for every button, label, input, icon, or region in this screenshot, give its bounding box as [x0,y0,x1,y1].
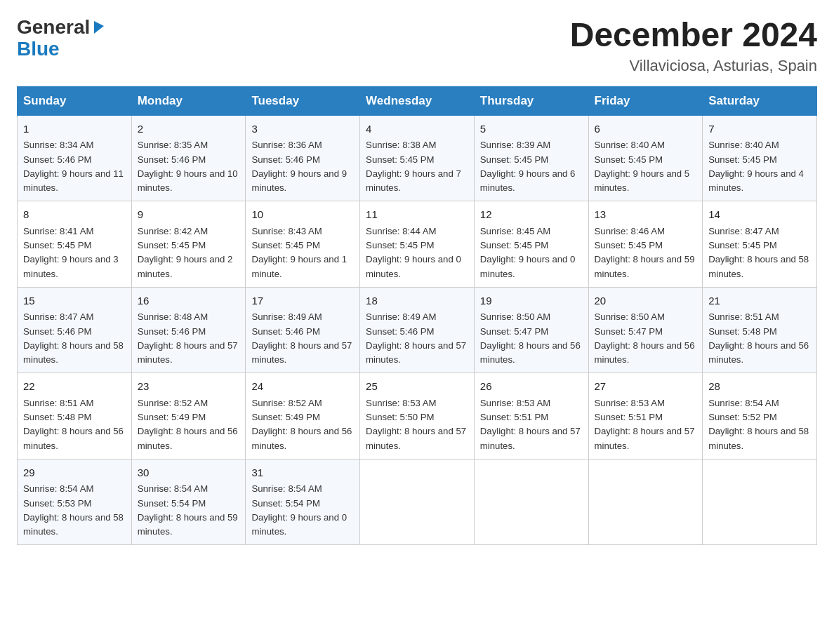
calendar-cell: 12Sunrise: 8:45 AMSunset: 5:45 PMDayligh… [474,201,588,288]
cell-info: Sunrise: 8:53 AMSunset: 5:50 PMDaylight:… [366,398,466,451]
cell-info: Sunrise: 8:40 AMSunset: 5:45 PMDaylight:… [708,140,804,193]
cell-info: Sunrise: 8:47 AMSunset: 5:45 PMDaylight:… [708,226,809,279]
cell-info: Sunrise: 8:36 AMSunset: 5:46 PMDaylight:… [251,140,347,193]
cell-info: Sunrise: 8:44 AMSunset: 5:45 PMDaylight:… [366,226,461,279]
day-number: 22 [23,379,126,395]
day-number: 19 [480,293,583,309]
calendar-cell: 26Sunrise: 8:53 AMSunset: 5:51 PMDayligh… [474,373,588,459]
calendar-week-row: 22Sunrise: 8:51 AMSunset: 5:48 PMDayligh… [18,373,817,459]
calendar-cell: 18Sunrise: 8:49 AMSunset: 5:46 PMDayligh… [360,287,475,373]
day-number: 3 [251,121,354,137]
header-wednesday: Wednesday [360,86,475,115]
day-number: 12 [480,207,583,223]
title-block: December 2024 Villaviciosa, Asturias, Sp… [570,17,817,75]
day-number: 7 [708,121,811,137]
day-number: 20 [595,293,697,309]
cell-info: Sunrise: 8:50 AMSunset: 5:47 PMDaylight:… [595,311,695,365]
cell-info: Sunrise: 8:51 AMSunset: 5:48 PMDaylight:… [708,311,809,365]
day-number: 21 [708,293,811,309]
header-tuesday: Tuesday [246,86,360,115]
day-number: 29 [23,465,126,481]
calendar-cell: 10Sunrise: 8:43 AMSunset: 5:45 PMDayligh… [246,201,360,288]
day-number: 23 [138,379,240,395]
day-number: 25 [366,379,468,395]
calendar-cell [588,459,703,545]
calendar-cell: 25Sunrise: 8:53 AMSunset: 5:50 PMDayligh… [360,373,475,459]
cell-info: Sunrise: 8:52 AMSunset: 5:49 PMDaylight:… [251,398,352,451]
cell-info: Sunrise: 8:51 AMSunset: 5:48 PMDaylight:… [23,398,124,451]
cell-info: Sunrise: 8:35 AMSunset: 5:46 PMDaylight:… [138,140,238,193]
cell-info: Sunrise: 8:49 AMSunset: 5:46 PMDaylight:… [251,311,352,365]
day-number: 6 [595,121,697,137]
logo-blue-text: Blue [17,39,60,60]
cell-info: Sunrise: 8:41 AMSunset: 5:45 PMDaylight:… [23,226,119,279]
header-saturday: Saturday [703,86,817,115]
day-number: 15 [23,293,126,309]
cell-info: Sunrise: 8:54 AMSunset: 5:53 PMDaylight:… [23,483,124,537]
calendar-cell: 19Sunrise: 8:50 AMSunset: 5:47 PMDayligh… [474,287,588,373]
calendar-cell: 5Sunrise: 8:39 AMSunset: 5:45 PMDaylight… [474,115,588,201]
day-number: 14 [708,207,811,223]
calendar-cell: 20Sunrise: 8:50 AMSunset: 5:47 PMDayligh… [588,287,703,373]
calendar-cell [360,459,475,545]
calendar-cell: 2Sunrise: 8:35 AMSunset: 5:46 PMDaylight… [131,115,246,201]
calendar-cell: 8Sunrise: 8:41 AMSunset: 5:45 PMDaylight… [18,201,132,288]
calendar-cell [703,459,817,545]
cell-info: Sunrise: 8:54 AMSunset: 5:54 PMDaylight:… [251,483,347,537]
day-number: 26 [480,379,583,395]
logo-general-text: General [17,17,90,39]
calendar-cell [474,459,588,545]
calendar-cell: 7Sunrise: 8:40 AMSunset: 5:45 PMDaylight… [703,115,817,201]
calendar-table: SundayMondayTuesdayWednesdayThursdayFrid… [17,86,817,546]
day-number: 8 [23,207,126,223]
calendar-cell: 21Sunrise: 8:51 AMSunset: 5:48 PMDayligh… [703,287,817,373]
header-friday: Friday [588,86,703,115]
cell-info: Sunrise: 8:50 AMSunset: 5:47 PMDaylight:… [480,311,581,365]
calendar-cell: 4Sunrise: 8:38 AMSunset: 5:45 PMDaylight… [360,115,475,201]
day-number: 13 [595,207,697,223]
calendar-cell: 22Sunrise: 8:51 AMSunset: 5:48 PMDayligh… [18,373,132,459]
cell-info: Sunrise: 8:45 AMSunset: 5:45 PMDaylight:… [480,226,576,279]
calendar-cell: 29Sunrise: 8:54 AMSunset: 5:53 PMDayligh… [18,459,132,545]
calendar-cell: 15Sunrise: 8:47 AMSunset: 5:46 PMDayligh… [18,287,132,373]
cell-info: Sunrise: 8:52 AMSunset: 5:49 PMDaylight:… [138,398,238,451]
day-number: 28 [708,379,811,395]
day-number: 16 [138,293,240,309]
calendar-cell: 1Sunrise: 8:34 AMSunset: 5:46 PMDaylight… [18,115,132,201]
day-number: 2 [138,121,240,137]
cell-info: Sunrise: 8:48 AMSunset: 5:46 PMDaylight:… [138,311,238,365]
cell-info: Sunrise: 8:53 AMSunset: 5:51 PMDaylight:… [480,398,581,451]
cell-info: Sunrise: 8:38 AMSunset: 5:45 PMDaylight:… [366,140,461,193]
cell-info: Sunrise: 8:34 AMSunset: 5:46 PMDaylight:… [23,140,124,193]
day-number: 18 [366,293,468,309]
day-number: 1 [23,121,126,137]
day-number: 9 [138,207,240,223]
svg-marker-0 [94,21,104,34]
calendar-week-row: 8Sunrise: 8:41 AMSunset: 5:45 PMDaylight… [18,201,817,288]
days-header-row: SundayMondayTuesdayWednesdayThursdayFrid… [18,86,817,115]
cell-info: Sunrise: 8:39 AMSunset: 5:45 PMDaylight:… [480,140,576,193]
calendar-cell: 16Sunrise: 8:48 AMSunset: 5:46 PMDayligh… [131,287,246,373]
cell-info: Sunrise: 8:42 AMSunset: 5:45 PMDaylight:… [138,226,233,279]
cell-info: Sunrise: 8:54 AMSunset: 5:54 PMDaylight:… [138,483,238,537]
day-number: 5 [480,121,583,137]
calendar-cell: 24Sunrise: 8:52 AMSunset: 5:49 PMDayligh… [246,373,360,459]
calendar-cell: 23Sunrise: 8:52 AMSunset: 5:49 PMDayligh… [131,373,246,459]
calendar-week-row: 1Sunrise: 8:34 AMSunset: 5:46 PMDaylight… [18,115,817,201]
header-thursday: Thursday [474,86,588,115]
day-number: 27 [595,379,697,395]
day-number: 24 [251,379,354,395]
calendar-cell: 27Sunrise: 8:53 AMSunset: 5:51 PMDayligh… [588,373,703,459]
calendar-cell: 9Sunrise: 8:42 AMSunset: 5:45 PMDaylight… [131,201,246,288]
logo-triangle-icon [91,18,107,34]
calendar-cell: 17Sunrise: 8:49 AMSunset: 5:46 PMDayligh… [246,287,360,373]
header-monday: Monday [131,86,246,115]
header-sunday: Sunday [18,86,132,115]
day-number: 30 [138,465,240,481]
day-number: 11 [366,207,468,223]
calendar-week-row: 15Sunrise: 8:47 AMSunset: 5:46 PMDayligh… [18,287,817,373]
calendar-cell: 13Sunrise: 8:46 AMSunset: 5:45 PMDayligh… [588,201,703,288]
day-number: 10 [251,207,354,223]
cell-info: Sunrise: 8:40 AMSunset: 5:45 PMDaylight:… [595,140,690,193]
logo: General Blue [17,17,107,60]
